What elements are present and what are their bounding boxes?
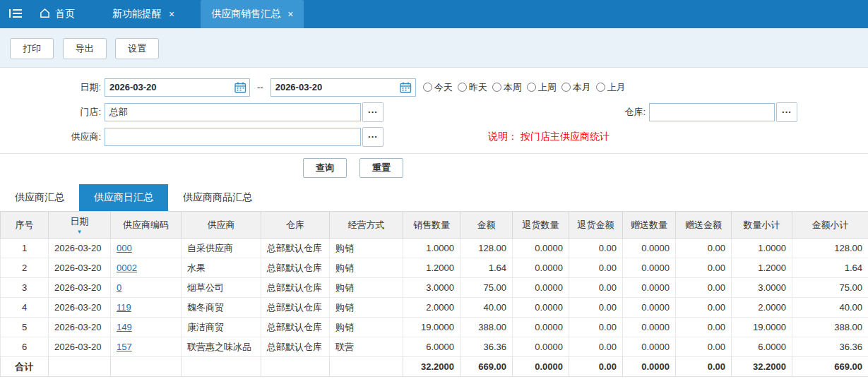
column-header[interactable]: 数量小计 xyxy=(732,212,792,239)
store-browse-button[interactable]: ... xyxy=(362,102,384,122)
quick-range-option[interactable]: 上月 xyxy=(596,81,626,94)
tab-supplier-product-summary[interactable]: 供应商商品汇总 xyxy=(168,184,267,211)
table-cell: 0.00 xyxy=(569,298,623,318)
table-cell: 1.64 xyxy=(792,258,868,278)
settings-button[interactable]: 设置 xyxy=(115,38,159,59)
quick-range-option[interactable]: 上周 xyxy=(527,81,557,94)
column-header[interactable]: 金额小计 xyxy=(792,212,868,239)
quick-range-option[interactable]: 今天 xyxy=(423,81,453,94)
export-button[interactable]: 导出 xyxy=(63,38,107,59)
table-cell: 1.64 xyxy=(460,258,513,278)
print-button[interactable]: 打印 xyxy=(10,38,54,59)
tab-supplier-summary[interactable]: 供应商汇总 xyxy=(0,184,79,211)
date-from-input[interactable]: 2026-03-20 xyxy=(105,78,250,97)
table-cell: 购销 xyxy=(330,239,403,258)
total-cell: 0.0000 xyxy=(623,357,676,377)
table-cell: 1 xyxy=(1,239,49,258)
reset-button[interactable]: 重置 xyxy=(359,158,403,178)
calendar-icon[interactable] xyxy=(231,79,249,96)
total-cell: 669.00 xyxy=(460,357,513,377)
calendar-icon[interactable] xyxy=(397,79,415,96)
column-header[interactable]: 仓库 xyxy=(261,212,330,239)
filter-panel: 日期: 2026-03-20 xyxy=(0,68,868,183)
tab-supplier-daily-summary[interactable]: 供应商日汇总 xyxy=(79,184,168,211)
quick-range-radio[interactable] xyxy=(527,83,536,92)
table-cell: 0.0000 xyxy=(513,337,569,357)
supplier-filter-row: 供应商: ... 说明： 按门店主供应商统计 xyxy=(0,124,868,149)
tab-new-feature-reminder[interactable]: 新功能提醒 × xyxy=(102,0,185,28)
warehouse-input[interactable] xyxy=(649,103,775,121)
supplier-code-link[interactable]: 157 xyxy=(117,342,132,352)
table-cell: 总部默认仓库 xyxy=(261,239,330,258)
column-header[interactable]: 序号 xyxy=(1,212,49,239)
close-icon[interactable]: × xyxy=(169,9,174,19)
total-label-cell: 合计 xyxy=(1,357,49,377)
supplier-code-link[interactable]: 119 xyxy=(117,302,131,313)
quick-range-option[interactable]: 本月 xyxy=(561,81,591,94)
supplier-input[interactable] xyxy=(105,128,361,146)
column-header[interactable]: 日期▼ xyxy=(49,212,111,239)
table-cell: 2 xyxy=(1,258,49,278)
column-header[interactable]: 供应商 xyxy=(182,212,261,239)
total-cell xyxy=(261,357,330,377)
total-cell: 32.2000 xyxy=(732,357,792,377)
column-header[interactable]: 赠送数量 xyxy=(623,212,676,239)
table-cell: 36.36 xyxy=(792,337,868,357)
menu-toggle-button[interactable] xyxy=(0,0,31,28)
column-header[interactable]: 赠送金额 xyxy=(676,212,732,239)
tab-home[interactable]: 首页 xyxy=(31,0,83,28)
table-cell: 0.0000 xyxy=(623,318,676,337)
column-header[interactable]: 退货金额 xyxy=(569,212,623,239)
table-cell: 总部默认仓库 xyxy=(261,258,330,278)
column-header[interactable]: 金额 xyxy=(460,212,513,239)
table-row: 22026-03-200002水果总部默认仓库购销1.20001.640.000… xyxy=(1,258,868,278)
home-icon xyxy=(40,8,50,20)
supplier-code-link[interactable]: 0 xyxy=(117,282,121,293)
table-cell: 40.00 xyxy=(460,298,513,318)
quick-range-radio[interactable] xyxy=(458,83,467,92)
menu-icon xyxy=(9,8,22,20)
table-cell: 购销 xyxy=(330,258,403,278)
table-cell: 0.00 xyxy=(569,258,623,278)
column-header[interactable]: 销售数量 xyxy=(403,212,460,239)
note-text: 说明： 按门店主供应商统计 xyxy=(488,131,610,143)
table-cell: 0002 xyxy=(111,258,182,278)
supplier-code-link[interactable]: 000 xyxy=(117,243,132,253)
sort-desc-icon[interactable]: ▼ xyxy=(52,229,107,235)
close-icon[interactable]: × xyxy=(287,9,293,19)
table-cell: 0.0000 xyxy=(623,298,676,318)
topbar: 首页 新功能提醒 × 供应商销售汇总 × xyxy=(0,0,868,28)
quick-range-radio[interactable] xyxy=(596,83,605,92)
date-to-input[interactable]: 2026-03-20 xyxy=(270,78,416,97)
quick-range-option[interactable]: 本周 xyxy=(492,81,522,94)
column-header[interactable]: 供应商编码 xyxy=(111,212,182,239)
total-cell: 0.00 xyxy=(676,357,732,377)
table-cell: 2.0000 xyxy=(732,298,792,318)
table-cell: 3 xyxy=(1,278,49,298)
tab-supplier-sales-summary[interactable]: 供应商销售汇总 × xyxy=(201,0,304,28)
table-cell: 0.0000 xyxy=(623,337,676,357)
query-button[interactable]: 查询 xyxy=(303,158,347,178)
supplier-code-link[interactable]: 149 xyxy=(117,322,132,332)
table-cell: 3.0000 xyxy=(403,278,460,298)
supplier-code-link[interactable]: 0002 xyxy=(117,263,137,273)
quick-range-radio[interactable] xyxy=(561,83,571,92)
warehouse-browse-button[interactable]: ... xyxy=(776,102,797,122)
quick-range-option[interactable]: 昨天 xyxy=(458,81,487,94)
app-window: 首页 新功能提醒 × 供应商销售汇总 × 打印 导出 设置 日期: 2026-0… xyxy=(0,0,868,379)
table-cell: 0.00 xyxy=(569,337,623,357)
quick-range-radio[interactable] xyxy=(492,83,501,92)
store-input[interactable]: 总部 xyxy=(105,103,361,121)
column-header[interactable]: 退货数量 xyxy=(513,212,569,239)
column-header[interactable]: 经营方式 xyxy=(330,212,403,239)
tab-label: 新功能提醒 xyxy=(112,8,162,20)
date-label: 日期: xyxy=(0,81,105,94)
table-cell: 0.00 xyxy=(569,318,623,337)
table-total-row: 合计32.2000669.000.00000.000.00000.0032.20… xyxy=(1,357,868,377)
table-cell: 水果 xyxy=(182,258,261,278)
supplier-browse-button[interactable]: ... xyxy=(362,127,384,147)
quick-range-radio[interactable] xyxy=(423,83,432,92)
table-cell: 149 xyxy=(111,318,182,337)
table-cell: 0.00 xyxy=(676,318,732,337)
table-cell: 0.00 xyxy=(676,278,732,298)
